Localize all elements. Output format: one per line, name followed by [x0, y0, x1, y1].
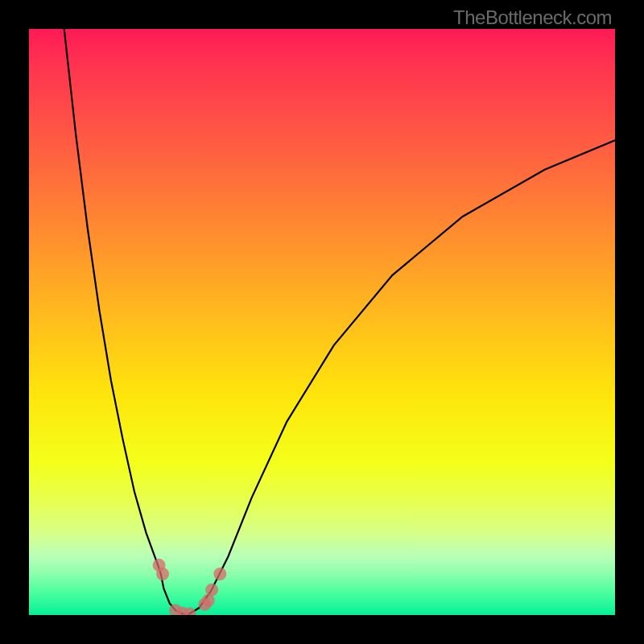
data-marker [213, 568, 226, 580]
right-branch-curve [188, 140, 615, 615]
curve-svg [29, 29, 615, 615]
chart-container: TheBottleneck.com [0, 0, 644, 644]
data-marker [205, 584, 218, 597]
watermark-text: TheBottleneck.com [453, 6, 612, 29]
left-branch-curve [64, 29, 188, 615]
data-marker [156, 568, 169, 580]
plot-area [29, 29, 615, 615]
